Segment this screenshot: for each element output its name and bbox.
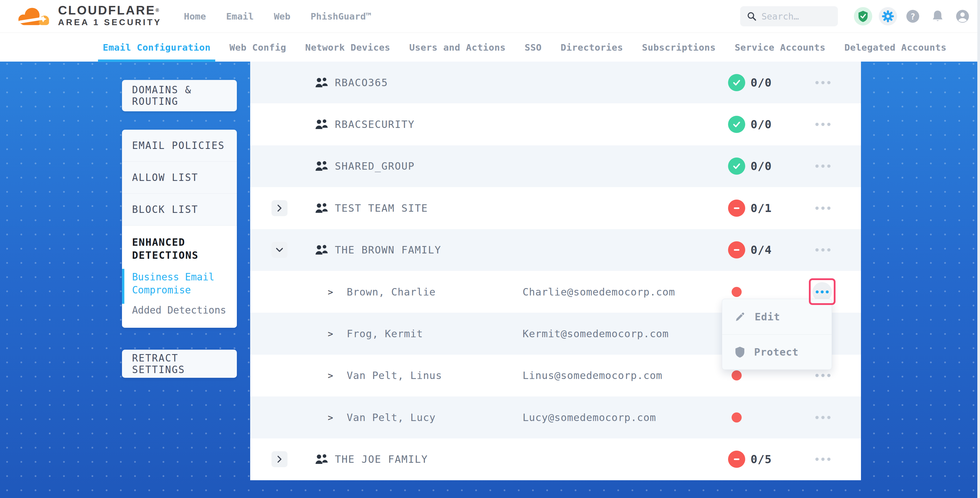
row-actions-menu-button[interactable] [815, 374, 830, 377]
sidebar-item-domains-routing[interactable]: DOMAINS & ROUTING [122, 80, 237, 111]
nav-email[interactable]: Email [226, 11, 254, 22]
status-ok-badge [728, 158, 745, 175]
member-chevron-icon[interactable]: > [328, 412, 333, 423]
row-actions-menu-button[interactable] [815, 81, 830, 84]
status-blocked-badge [728, 200, 745, 217]
group-people-icon [315, 118, 328, 130]
sidebar-item-retract-settings[interactable]: RETRACT SETTINGS [122, 350, 237, 378]
tab-service-accounts[interactable]: Service Accounts [735, 33, 826, 62]
member-email: Kermit@somedemocorp.com [523, 328, 669, 340]
nav-home[interactable]: Home [184, 11, 206, 22]
table-row-group: RBACSECURITY0/0 [250, 103, 861, 145]
member-name: Frog, Kermit [347, 328, 423, 340]
bell-icon[interactable] [929, 7, 947, 25]
row-context-menu: Edit Protect [722, 299, 832, 370]
shield-icon [735, 346, 745, 358]
avatar-icon[interactable] [953, 7, 972, 25]
status-red-dot [732, 371, 742, 380]
group-name: THE BROWN FAMILY [335, 244, 441, 256]
sidebar-item-block-list[interactable]: BLOCK LIST [122, 194, 237, 226]
brand-subtitle: AREA 1 SECURITY [58, 17, 162, 27]
row-actions-menu-button[interactable] [815, 123, 830, 126]
group-people-icon [315, 453, 328, 465]
page-scrollbar[interactable] [977, 0, 980, 498]
status-blocked-badge [728, 450, 745, 468]
tab-users-and-actions[interactable]: Users and Actions [409, 33, 506, 62]
sidebar-item-added-detections[interactable]: Added Detections [132, 304, 237, 316]
tab-web-config[interactable]: Web Config [229, 33, 286, 62]
check-icon [732, 161, 741, 171]
table-row-group: RBACO3650/0 [250, 62, 861, 103]
member-name: Van Pelt, Linus [347, 369, 442, 381]
tab-email-configuration[interactable]: Email Configuration [103, 33, 210, 62]
status-cell [728, 412, 742, 423]
status-red-dot [732, 412, 742, 423]
search-icon [747, 11, 757, 21]
group-name: RBACO365 [335, 77, 388, 89]
member-chevron-icon[interactable]: > [328, 286, 333, 297]
row-actions-menu-button[interactable] [815, 458, 830, 461]
group-people-icon [315, 160, 328, 172]
tab-directories[interactable]: Directories [561, 33, 623, 62]
tab-subscriptions[interactable]: Subscriptions [642, 33, 716, 62]
check-icon [732, 78, 741, 88]
row-actions-menu-button[interactable] [815, 206, 830, 210]
groups-table: RBACO3650/0RBACSECURITY0/0SHARED_GROUP0/… [250, 62, 861, 480]
collapse-group-button[interactable] [272, 242, 288, 258]
status-cell: 0/0 [728, 74, 772, 91]
status-red-dot [732, 287, 742, 297]
secondary-nav: Email Configuration Web Config Network D… [0, 33, 980, 62]
chevron-right-icon [276, 204, 283, 212]
menu-item-edit[interactable]: Edit [722, 299, 832, 334]
sidebar-item-business-email-compromise[interactable]: Business Email Compromise [132, 270, 237, 297]
tab-network-devices[interactable]: Network Devices [305, 33, 390, 62]
check-icon [732, 119, 741, 129]
brand-name: CLOUDFLARE® [58, 4, 162, 17]
status-cell: 0/1 [728, 200, 772, 217]
pencil-icon [735, 311, 746, 323]
protected-count: 0/1 [751, 202, 772, 215]
table-row-group: THE JOE FAMILY0/5 [250, 439, 861, 480]
nav-phishguard[interactable]: PhishGuard™ [310, 11, 371, 22]
top-nav: Home Email Web PhishGuard™ [184, 11, 371, 22]
row-actions-menu-button[interactable] [815, 165, 830, 168]
enhanced-detections-title[interactable]: ENHANCED DETECTIONS [132, 235, 215, 262]
cloudflare-logo[interactable]: CLOUDFLARE® AREA 1 SECURITY [16, 4, 162, 29]
active-item-indicator [122, 269, 124, 304]
status-blocked-badge [728, 241, 745, 258]
row-actions-menu-button[interactable] [815, 416, 830, 419]
search-input[interactable] [762, 11, 832, 22]
group-people-icon [315, 202, 328, 214]
tab-sso[interactable]: SSO [525, 33, 542, 62]
sidebar-item-allow-list[interactable]: ALLOW LIST [122, 162, 237, 194]
member-email: Lucy@somedemocorp.com [523, 412, 656, 423]
group-people-icon [315, 244, 328, 256]
minus-icon [732, 204, 741, 213]
tab-delegated-accounts[interactable]: Delegated Accounts [845, 33, 947, 62]
status-cell [728, 371, 742, 380]
expand-group-button[interactable] [272, 200, 288, 216]
nav-web[interactable]: Web [274, 11, 290, 22]
protected-count: 0/4 [751, 243, 772, 256]
status-ok-badge [728, 74, 745, 91]
group-name: TEST TEAM SITE [335, 202, 428, 214]
status-ok-badge [728, 116, 745, 133]
protected-count: 0/0 [751, 118, 772, 131]
help-icon[interactable]: ? [904, 7, 922, 25]
status-cell: 0/0 [728, 116, 772, 133]
table-row-group: SHARED_GROUP0/0 [250, 145, 861, 187]
shield-check-icon[interactable] [854, 7, 872, 25]
sidebar-item-email-policies[interactable]: EMAIL POLICIES [122, 130, 237, 162]
sidebar: DOMAINS & ROUTING EMAIL POLICIES ALLOW L… [122, 80, 237, 378]
status-cell: 0/4 [728, 241, 772, 258]
group-people-icon [315, 160, 328, 172]
row-actions-menu-button[interactable] [815, 248, 830, 252]
gear-icon[interactable] [879, 7, 897, 25]
member-chevron-icon[interactable]: > [328, 329, 333, 339]
sidebar-policies-card: EMAIL POLICIES ALLOW LIST BLOCK LIST ENH… [122, 130, 237, 328]
member-chevron-icon[interactable]: > [328, 371, 333, 381]
menu-item-protect[interactable]: Protect [722, 334, 832, 369]
expand-group-button[interactable] [272, 451, 288, 467]
protected-count: 0/0 [751, 76, 772, 89]
search-bar[interactable] [740, 6, 838, 26]
